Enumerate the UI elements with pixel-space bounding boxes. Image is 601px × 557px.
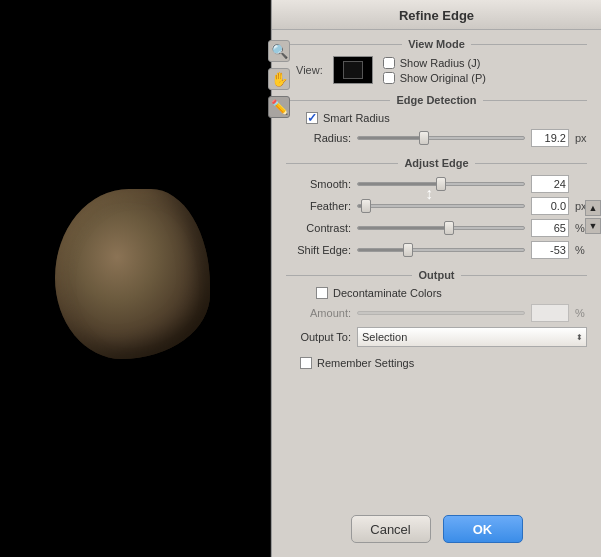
view-label: View:	[296, 64, 323, 76]
canvas-area	[0, 0, 270, 557]
feather-slider-thumb[interactable]	[361, 199, 371, 213]
edge-detection-line-left	[286, 100, 390, 101]
hand-tool-icon[interactable]: ✋	[268, 68, 290, 90]
amount-value-input	[531, 304, 569, 322]
smooth-row: Smooth: 24	[286, 175, 587, 193]
edge-detection-title: Edge Detection	[390, 94, 482, 106]
right-scroll-icons: ▲ ▼	[585, 200, 601, 234]
remember-settings-row: Remember Settings	[286, 357, 587, 369]
feather-value-input[interactable]: 0.0	[531, 197, 569, 215]
output-line-right	[461, 275, 587, 276]
show-radius-checkbox[interactable]	[383, 57, 395, 69]
smart-radius-label: Smart Radius	[323, 112, 390, 124]
view-mode-content: View: Show Radius (J) Show Original (P)	[286, 56, 587, 84]
smooth-slider-thumb[interactable]	[436, 177, 446, 191]
adjust-edge-title: Adjust Edge	[398, 157, 474, 169]
show-radius-label: Show Radius (J)	[400, 57, 481, 69]
shift-edge-label: Shift Edge:	[296, 244, 351, 256]
shift-edge-slider[interactable]	[357, 248, 525, 252]
view-thumbnail-inner	[343, 61, 363, 79]
adjust-edge-section: Adjust Edge Smooth: 24 Feather:	[286, 157, 587, 259]
contrast-value-input[interactable]: 65	[531, 219, 569, 237]
shift-edge-slider-thumb[interactable]	[403, 243, 413, 257]
output-to-row: Output To: Selection Layer Mask New Laye…	[286, 327, 587, 347]
decontaminate-checkbox[interactable]	[316, 287, 328, 299]
show-radius-checkbox-row[interactable]: Show Radius (J)	[383, 57, 486, 69]
scroll-up-icon[interactable]: ▲	[585, 200, 601, 216]
output-to-select-wrapper: Selection Layer Mask New Layer New Layer…	[357, 327, 587, 347]
refine-edge-dialog: Refine Edge View Mode View: Show Radius …	[271, 0, 601, 557]
contrast-slider[interactable]	[357, 226, 525, 230]
smooth-slider[interactable]	[357, 182, 525, 186]
smooth-value-input[interactable]: 24	[531, 175, 569, 193]
show-original-label: Show Original (P)	[400, 72, 486, 84]
contrast-label: Contrast:	[296, 222, 351, 234]
contrast-row: Contrast: 65 %	[286, 219, 587, 237]
output-to-label: Output To:	[296, 331, 351, 343]
view-options: Show Radius (J) Show Original (P)	[383, 57, 486, 84]
view-thumbnail[interactable]	[333, 56, 373, 84]
amount-label: Amount:	[296, 307, 351, 319]
output-title: Output	[412, 269, 460, 281]
edge-detection-section: Edge Detection Smart Radius Radius: 19.2…	[286, 94, 587, 147]
feather-row: Feather: 0.0 px	[286, 197, 587, 215]
view-mode-line-left	[286, 44, 402, 45]
shift-edge-unit: %	[575, 244, 587, 256]
edge-detection-line-right	[483, 100, 587, 101]
show-original-checkbox[interactable]	[383, 72, 395, 84]
output-to-select[interactable]: Selection Layer Mask New Layer New Layer…	[357, 327, 587, 347]
shift-edge-row: Shift Edge: -53 %	[286, 241, 587, 259]
ok-button[interactable]: OK	[443, 515, 523, 543]
edge-detection-header: Edge Detection	[286, 94, 587, 106]
remember-settings-checkbox[interactable]	[300, 357, 312, 369]
smart-radius-row: Smart Radius	[286, 112, 587, 124]
decontaminate-checkbox-row[interactable]: Decontaminate Colors	[316, 287, 442, 299]
output-line-left	[286, 275, 412, 276]
view-mode-header: View Mode	[286, 38, 587, 50]
smart-radius-checkbox-row[interactable]: Smart Radius	[306, 112, 390, 124]
remember-settings-label: Remember Settings	[317, 357, 414, 369]
rock-shape	[55, 189, 210, 359]
amount-slider	[357, 311, 525, 315]
button-row: Cancel OK	[272, 505, 601, 557]
rock-image	[55, 189, 215, 369]
amount-unit: %	[575, 307, 587, 319]
tool-icons: 🔍 ✋ ✏️	[268, 40, 290, 118]
adjust-edge-line-right	[475, 163, 587, 164]
radius-slider-thumb[interactable]	[419, 131, 429, 145]
zoom-tool-icon[interactable]: 🔍	[268, 40, 290, 62]
dialog-content: View Mode View: Show Radius (J) Show Ori…	[272, 30, 601, 505]
smart-radius-checkbox[interactable]	[306, 112, 318, 124]
feather-label: Feather:	[296, 200, 351, 212]
contrast-slider-fill	[358, 227, 449, 229]
smooth-label: Smooth:	[296, 178, 351, 190]
scroll-down-icon[interactable]: ▼	[585, 218, 601, 234]
adjust-edge-header: Adjust Edge	[286, 157, 587, 169]
radius-slider-fill	[358, 137, 424, 139]
decontaminate-label: Decontaminate Colors	[333, 287, 442, 299]
contrast-slider-thumb[interactable]	[444, 221, 454, 235]
shift-edge-value-input[interactable]: -53	[531, 241, 569, 259]
cancel-button[interactable]: Cancel	[351, 515, 431, 543]
adjust-edge-line-left	[286, 163, 398, 164]
output-section: Output Decontaminate Colors Amount: %	[286, 269, 587, 347]
smooth-slider-fill	[358, 183, 441, 185]
show-original-checkbox-row[interactable]: Show Original (P)	[383, 72, 486, 84]
view-mode-title: View Mode	[402, 38, 471, 50]
decontaminate-row: Decontaminate Colors	[286, 287, 587, 299]
radius-label: Radius:	[296, 132, 351, 144]
remember-settings-checkbox-row[interactable]: Remember Settings	[300, 357, 414, 369]
view-mode-line-right	[471, 44, 587, 45]
output-header: Output	[286, 269, 587, 281]
view-mode-section: View Mode View: Show Radius (J) Show Ori…	[286, 38, 587, 84]
dialog-title-bar: Refine Edge	[272, 0, 601, 30]
radius-row: Radius: 19.2 px	[286, 129, 587, 147]
amount-row: Amount: %	[286, 304, 587, 322]
refine-tool-icon[interactable]: ✏️	[268, 96, 290, 118]
radius-unit: px	[575, 132, 587, 144]
radius-slider[interactable]	[357, 136, 525, 140]
feather-slider[interactable]	[357, 204, 525, 208]
dialog-title: Refine Edge	[399, 8, 474, 23]
shift-edge-slider-fill	[358, 249, 408, 251]
radius-value-input[interactable]: 19.2	[531, 129, 569, 147]
